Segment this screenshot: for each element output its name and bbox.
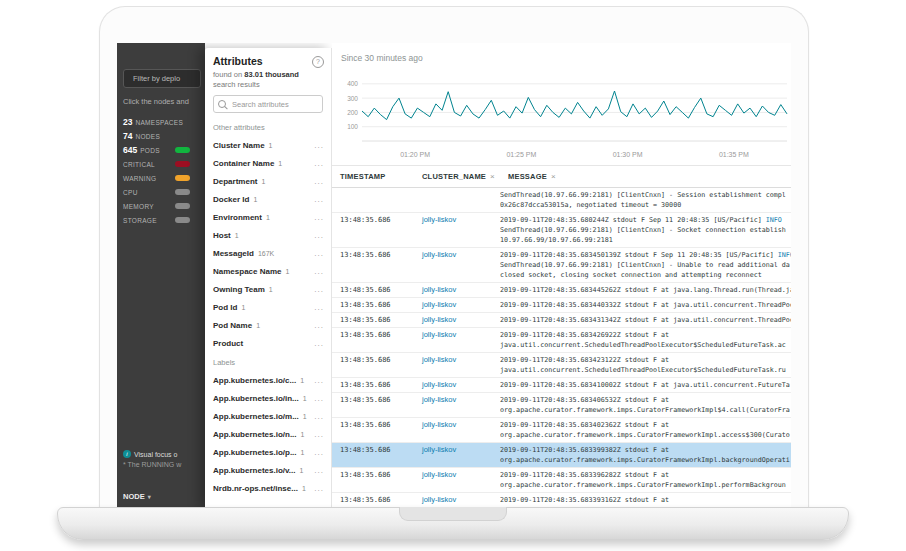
cluster-name-link[interactable]: jolly-liskov [414, 470, 500, 480]
log-row[interactable]: 13:48:35.686jolly-liskov2019-09-11T20:48… [332, 213, 791, 248]
deployment-filter-input[interactable] [131, 73, 201, 84]
meatball-menu-icon[interactable]: ... [314, 376, 324, 385]
meatball-menu-icon[interactable]: ... [314, 231, 324, 240]
log-row[interactable]: 13:48:35.686jolly-liskov2019-09-11T20:48… [332, 353, 791, 378]
column-header-cluster_name[interactable]: CLUSTER_NAME× [414, 172, 500, 181]
attribute-search[interactable] [213, 95, 323, 113]
cluster-name-link[interactable]: jolly-liskov [414, 380, 500, 390]
attribute-item[interactable]: Nrdb.nr-ops.net/inse...1... [205, 479, 331, 497]
sidebar-stat-row[interactable]: CPU [117, 185, 205, 199]
log-row[interactable]: 13:48:35.686jolly-liskov2019-09-11T20:48… [332, 328, 791, 353]
cluster-name-link[interactable]: jolly-liskov [414, 315, 500, 325]
attribute-item[interactable]: App.kubernetes.io/in...1... [205, 389, 331, 407]
attribute-item[interactable]: App.kubernetes.io/m...1... [205, 407, 331, 425]
sidebar-stat-row[interactable]: STORAGE [117, 213, 205, 227]
attribute-item[interactable]: App.kubernetes.io/c...1... [205, 371, 331, 389]
log-row[interactable]: 13:48:35.686jolly-liskov2019-09-11T20:48… [332, 493, 791, 508]
meatball-menu-icon[interactable]: ... [314, 448, 324, 457]
cluster-name-link[interactable]: jolly-liskov [414, 495, 500, 505]
attribute-item[interactable]: Host1... [205, 226, 331, 244]
meatball-menu-icon[interactable]: ... [314, 430, 324, 439]
meatball-menu-icon[interactable]: ... [314, 249, 324, 258]
attribute-item[interactable]: App.kubernetes.io/n...1... [205, 425, 331, 443]
cluster-name-link[interactable]: jolly-liskov [414, 285, 500, 295]
sidebar-stat-row[interactable]: 74NODES [117, 129, 205, 143]
attribute-item[interactable]: MessageId167K... [205, 244, 331, 262]
meatball-menu-icon[interactable]: ... [314, 394, 324, 403]
cluster-name-link[interactable]: jolly-liskov [414, 445, 500, 455]
events-timeline-chart[interactable]: 10020030040001:20 PM01:25 PM01:30 PM01:3… [332, 65, 791, 165]
attributes-section-label: Other attributes [205, 117, 331, 136]
attribute-item[interactable]: Owning Team1... [205, 280, 331, 298]
status-badge [175, 189, 190, 195]
cluster-name-link[interactable]: jolly-liskov [414, 215, 500, 225]
log-row[interactable]: 13:48:35.686jolly-liskov2019-09-11T20:48… [332, 468, 791, 493]
meatball-menu-icon[interactable]: ... [314, 177, 324, 186]
cluster-name-link[interactable]: jolly-liskov [414, 395, 500, 405]
deployment-filter[interactable] [123, 69, 201, 88]
meatball-menu-icon[interactable]: ... [314, 267, 324, 276]
column-header-timestamp[interactable]: TIMESTAMP [332, 172, 414, 181]
sidebar-stat-row[interactable]: CRITICAL [117, 157, 205, 171]
meatball-menu-icon[interactable]: ... [314, 412, 324, 421]
stat-value: 645 [123, 145, 137, 155]
meatball-menu-icon[interactable]: ... [314, 466, 324, 475]
logs-main: Since 30 minutes ago 10020030040001:20 P… [332, 43, 791, 508]
sidebar-stat-row[interactable]: 645PODS [117, 143, 205, 157]
log-row[interactable]: 13:48:35.686jolly-liskov2019-09-11T20:48… [332, 418, 791, 443]
attribute-item[interactable]: App.kubernetes.io/p...1... [205, 443, 331, 461]
cluster-name-link[interactable]: jolly-liskov [414, 355, 500, 365]
attribute-item[interactable]: Cluster Name1... [205, 136, 331, 154]
meatball-menu-icon[interactable]: ... [314, 141, 324, 150]
meatball-menu-icon[interactable]: ... [314, 213, 324, 222]
cluster-name-link[interactable]: jolly-liskov [414, 300, 500, 310]
log-row[interactable]: 13:48:35.686jolly-liskov2019-09-11T20:48… [332, 443, 791, 468]
log-row[interactable]: 13:48:35.686jolly-liskov2019-09-11T20:48… [332, 378, 791, 393]
column-close-icon[interactable]: × [551, 172, 556, 181]
attribute-count: 1 [300, 467, 304, 474]
attribute-item[interactable]: App.kubernetes.io/v...1... [205, 461, 331, 479]
attribute-item[interactable]: Pod Name1... [205, 316, 331, 334]
meatball-menu-icon[interactable]: ... [314, 321, 324, 330]
y-tick-label: 400 [347, 80, 358, 87]
meatball-menu-icon[interactable]: ... [314, 484, 324, 493]
attribute-count: 1 [235, 232, 239, 239]
log-row[interactable]: 13:48:35.686jolly-liskov2019-09-11T20:48… [332, 283, 791, 298]
help-icon[interactable]: ? [312, 56, 324, 68]
log-row[interactable]: 13:48:35.686jolly-liskov2019-09-11T20:48… [332, 298, 791, 313]
log-timestamp: 13:48:35.686 [332, 355, 414, 365]
attribute-item[interactable]: Department1... [205, 172, 331, 190]
attribute-name: Pod Id [213, 303, 237, 312]
attribute-name: Nrdb.nr-ops.net/inse... [213, 484, 298, 493]
meatball-menu-icon[interactable]: ... [314, 339, 324, 348]
meatball-menu-icon[interactable]: ... [314, 195, 324, 204]
attribute-item[interactable]: Pod Id1... [205, 298, 331, 316]
sidebar-stat-row[interactable]: WARNING [117, 171, 205, 185]
log-row[interactable]: SendThread(10.97.66.99:2181) [ClientCnxn… [332, 188, 791, 213]
attribute-item[interactable]: Product... [205, 334, 331, 352]
column-header-message[interactable]: MESSAGE× [500, 172, 791, 181]
log-message: 2019-09-11T20:48:35.683431342Z stdout F … [500, 315, 791, 325]
cluster-name-link[interactable]: jolly-liskov [414, 420, 500, 430]
stat-label: MEMORY [123, 203, 154, 210]
meatball-menu-icon[interactable]: ... [314, 285, 324, 294]
attribute-item[interactable]: Namespace Name1... [205, 262, 331, 280]
log-row[interactable]: 13:48:35.686jolly-liskov2019-09-11T20:48… [332, 313, 791, 328]
attribute-item[interactable]: Container Name1... [205, 154, 331, 172]
log-timestamp: 13:48:35.686 [332, 250, 414, 260]
sidebar-stat-row[interactable]: 23NAMESPACES [117, 115, 205, 129]
attribute-search-input[interactable] [230, 99, 324, 110]
found-suffix: search results [213, 80, 260, 89]
cluster-name-link[interactable]: jolly-liskov [414, 330, 500, 340]
meatball-menu-icon[interactable]: ... [314, 303, 324, 312]
sidebar-stat-row[interactable]: MEMORY [117, 199, 205, 213]
attribute-item[interactable]: Docker Id1... [205, 190, 331, 208]
log-row[interactable]: 13:48:35.686jolly-liskov2019-09-11T20:48… [332, 248, 791, 283]
node-selector[interactable]: NODE ▾ [123, 492, 205, 501]
cluster-name-link[interactable]: jolly-liskov [414, 250, 500, 260]
log-row[interactable]: 13:48:35.686jolly-liskov2019-09-11T20:48… [332, 393, 791, 418]
column-close-icon[interactable]: × [490, 172, 495, 181]
attribute-item[interactable]: Environment1... [205, 208, 331, 226]
cluster-sidebar: Click the nodes and 23NAMESPACES74NODES6… [117, 43, 205, 508]
meatball-menu-icon[interactable]: ... [314, 159, 324, 168]
